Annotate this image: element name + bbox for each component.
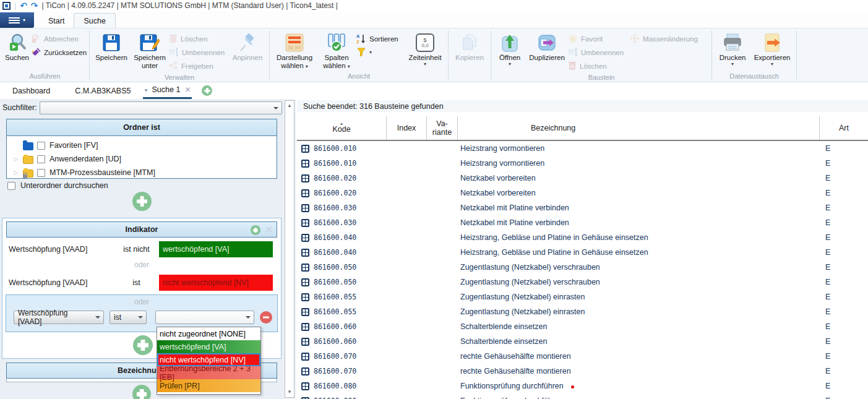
table-row[interactable]: 861600.055 Zugentlastung (Netzkabel) ein… xyxy=(297,290,868,304)
ribbon-tab-start[interactable]: Start xyxy=(39,14,74,28)
row-art: E xyxy=(820,382,868,390)
open-icon xyxy=(501,31,519,54)
field-combobox[interactable]: Wertschöpfung [VAAD] xyxy=(14,311,104,324)
table-row[interactable]: 861600.080 Funktionsprüfung durchführen … xyxy=(297,393,868,399)
favoriten-checkbox[interactable] xyxy=(37,142,45,150)
condition-row: Wertschöpfung [VAAD] ist nicht wertschöp… xyxy=(9,274,273,291)
doc-tab-cmab3kabs5[interactable]: C.M.AB3KABS5 xyxy=(74,82,132,99)
scroll-up-icon[interactable]: ▲ xyxy=(286,101,293,110)
add-filter-button[interactable] xyxy=(132,192,152,211)
scroll-down-icon[interactable]: ▼ xyxy=(286,388,293,397)
add-tab-button[interactable] xyxy=(202,85,212,96)
favorit-button: Favorit xyxy=(568,32,630,46)
unterordner-row: Unterordner durchsuchen xyxy=(7,181,108,190)
add-filter-bottom-button[interactable] xyxy=(132,385,151,399)
column-header-index[interactable]: Index xyxy=(387,116,427,140)
tree-item-mtm-prozessbausteine[interactable]: ▷ MTM-Prozessbausteine [MTM] xyxy=(7,166,277,179)
row-code: 861600.070 xyxy=(314,367,356,375)
table-row[interactable]: 861600.010 Heizstrang vormontieren E xyxy=(297,156,868,171)
tree-item-favoriten[interactable]: ▷ Favoriten [FV] xyxy=(7,139,277,152)
chevron-down-icon[interactable]: ▾ xyxy=(144,87,147,93)
zuruecksetzen-button[interactable]: Zurücksetzen xyxy=(31,46,87,59)
table-row[interactable]: 861600.060 Schalterblende einsetzen E xyxy=(297,334,868,349)
table-row[interactable]: 861600.050 Zugentlastung (Netzkabel) ver… xyxy=(297,260,868,275)
loeschen-button: Löschen xyxy=(169,32,228,46)
table-row[interactable]: 861600.070 rechte Gehäusehälfte montiere… xyxy=(297,349,868,364)
tree-item-anwenderdaten[interactable]: ▷ Anwenderdaten [UD] xyxy=(7,152,277,166)
close-tab-icon[interactable]: ✕ xyxy=(184,85,191,94)
row-code: 861600.060 xyxy=(314,337,356,346)
duplicate-icon xyxy=(537,31,557,54)
indicator-value-dropdown: nicht zugeordnet [NONE] wertschöpfend [V… xyxy=(157,327,261,395)
table-row[interactable]: 861600.030 Netzkabel mit Platine verbind… xyxy=(297,200,868,215)
table-row[interactable]: 861600.050 Zugentlastung (Netzkabel) ver… xyxy=(297,275,868,290)
value-combobox[interactable] xyxy=(155,311,254,324)
svg-text:A: A xyxy=(356,33,360,39)
condition-row: Wertschöpfung [VAAD] ist nicht wertschöp… xyxy=(9,241,273,257)
row-art: E xyxy=(820,293,868,301)
rename-icon: ab xyxy=(568,48,578,58)
add-condition-row-button[interactable] xyxy=(133,335,153,355)
table-row[interactable]: 861600.080 Funktionsprüfung durchführen … xyxy=(297,379,868,393)
row-bezeichnung: Zugentlastung (Netzkabel) einrasten xyxy=(458,293,820,301)
folder-yellow-icon xyxy=(23,155,33,164)
column-header-variante[interactable]: Va- riante xyxy=(427,116,458,140)
left-panel-scrollbar[interactable]: ▲ ▼ xyxy=(283,99,296,399)
drucken-button[interactable]: Drucken ▾ xyxy=(715,30,750,67)
share-icon xyxy=(169,61,178,71)
doc-tab-suche1[interactable]: ▾ Suche 1 ✕ xyxy=(143,82,192,99)
suchen-button[interactable]: Suchen xyxy=(3,30,31,62)
rename-icon: ab xyxy=(169,48,179,58)
darstellung-waehlen-button[interactable]: Darstellung wählen ▾ xyxy=(272,30,317,70)
process-block-icon xyxy=(301,264,309,272)
operator-combobox[interactable]: ist xyxy=(110,311,147,324)
column-header-kode[interactable]: ▲ Kode xyxy=(297,116,387,140)
spalten-waehlen-button[interactable]: Spalten wählen ▾ xyxy=(317,30,356,70)
process-block-icon xyxy=(301,174,309,182)
row-art: E xyxy=(820,322,868,331)
speichern-unter-button[interactable]: Speichern unter xyxy=(131,30,169,70)
unterordner-checkbox[interactable] xyxy=(7,182,15,190)
close-icon[interactable]: ✕ xyxy=(265,225,273,234)
row-code: 861600.080 xyxy=(314,382,356,390)
oeffnen-button[interactable]: Öffnen ▾ xyxy=(494,30,526,67)
table-row[interactable]: 861600.060 Schalterblende einsetzen E xyxy=(297,319,868,334)
remove-condition-button[interactable] xyxy=(260,311,272,324)
filter-button[interactable]: ▾ xyxy=(356,46,405,59)
scrollbar-track[interactable] xyxy=(285,100,294,398)
app-menu-button[interactable]: ▾ xyxy=(0,12,34,28)
table-row[interactable]: 861600.020 Netzkabel vorbereiten E xyxy=(297,171,868,186)
table-row[interactable]: 861600.020 Netzkabel vorbereiten E xyxy=(297,186,868,200)
duplizieren-button[interactable]: Duplizieren xyxy=(526,30,568,62)
mtm-checkbox[interactable] xyxy=(37,169,45,177)
dropdown-option[interactable]: wertschöpfend [VA] xyxy=(157,340,260,353)
expander-icon[interactable]: ▷ xyxy=(12,169,20,176)
row-art: E xyxy=(820,144,868,153)
save-icon xyxy=(102,31,121,54)
table-row[interactable]: 861600.010 Heizstrang vormontieren E xyxy=(297,141,868,156)
anwenderdaten-checkbox[interactable] xyxy=(37,155,45,163)
exportieren-button[interactable]: Exportieren ▾ xyxy=(750,30,794,67)
table-row[interactable]: 861600.070 rechte Gehäusehälfte montiere… xyxy=(297,364,868,379)
table-row[interactable]: 861600.040 Heizstrang, Gebläse und Plati… xyxy=(297,230,868,245)
ribbon-tab-suche[interactable]: Suche xyxy=(74,13,115,28)
table-row[interactable]: 861600.040 Heizstrang, Gebläse und Plati… xyxy=(297,245,868,260)
redo-icon[interactable]: ↷ xyxy=(31,1,38,10)
column-header-bezeichnung[interactable]: Bezeichnung xyxy=(458,116,820,140)
chevron-down-icon xyxy=(246,316,251,319)
column-header-art[interactable]: Art xyxy=(820,116,868,140)
zeiteinheit-button[interactable]: s0,0 Zeiteinheit ▾ xyxy=(405,30,445,67)
row-bezeichnung: Zugentlastung (Netzkabel) verschrauben xyxy=(458,263,820,272)
suchfilter-combobox[interactable] xyxy=(40,101,282,114)
undo-icon[interactable]: ↶ xyxy=(20,1,27,10)
table-row[interactable]: 861600.030 Netzkabel mit Platine verbind… xyxy=(297,215,868,230)
sortieren-button[interactable]: AZ Sortieren xyxy=(356,32,405,46)
add-condition-button[interactable] xyxy=(251,225,260,235)
group-datenaustausch: Drucken ▾ Exportieren ▾ Datenaustausch xyxy=(713,28,796,82)
dropdown-option[interactable]: nicht zugeordnet [NONE] xyxy=(157,327,260,340)
speichern-button[interactable]: Speichern xyxy=(92,30,131,62)
expander-icon[interactable]: ▷ xyxy=(12,156,20,162)
table-row[interactable]: 861600.055 Zugentlastung (Netzkabel) ein… xyxy=(297,304,868,319)
doc-tab-dashboard[interactable]: Dashboard xyxy=(11,82,51,99)
dropdown-option[interactable]: Entfernungsbereiche 2 + 3 [EB] xyxy=(157,366,260,379)
